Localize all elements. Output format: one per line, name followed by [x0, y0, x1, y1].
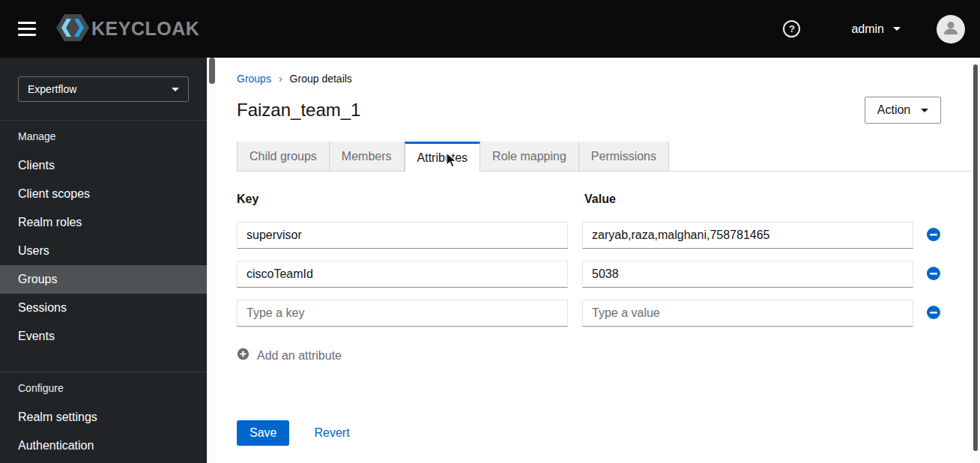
attribute-row	[237, 222, 941, 249]
masthead-right: ? admin	[783, 15, 965, 43]
sidebar-item-client-scopes[interactable]: Client scopes	[0, 180, 207, 208]
attribute-key-input[interactable]	[237, 222, 568, 249]
tab-permissions[interactable]: Permissions	[579, 142, 669, 172]
help-button[interactable]: ?	[783, 20, 800, 37]
masthead: KEYCLOAK ? admin	[0, 0, 980, 58]
attribute-value-input[interactable]	[582, 222, 913, 249]
nav-section-title-configure: Configure	[0, 372, 207, 403]
title-row: Faizan_team_1 Action	[237, 97, 941, 124]
main-content: Groups › Group details Faizan_team_1 Act…	[216, 58, 971, 463]
sidebar-item-clients[interactable]: Clients	[0, 151, 207, 180]
page-scrollbar-thumb[interactable]	[973, 64, 978, 451]
brand-wordmark: KEYCLOAK	[91, 18, 199, 40]
minus-circle-icon	[926, 305, 941, 322]
sidebar: Expertflow Manage Clients Client scopes …	[0, 58, 207, 463]
page-header: Groups › Group details Faizan_team_1 Act…	[216, 58, 971, 124]
attribute-key-input[interactable]	[237, 300, 568, 327]
minus-circle-icon	[926, 266, 941, 283]
tab-bar-filler	[669, 142, 971, 172]
minus-circle-icon	[926, 227, 941, 244]
tab-attributes[interactable]: Attributes	[405, 142, 481, 172]
nav-section-manage: Manage Clients Client scopes Realm roles…	[0, 121, 207, 351]
breadcrumb: Groups › Group details	[237, 73, 941, 85]
remove-attribute-button[interactable]	[926, 305, 941, 322]
sidebar-item-realm-roles[interactable]: Realm roles	[0, 208, 207, 237]
attribute-value-input[interactable]	[582, 300, 913, 327]
sidebar-scrollbar[interactable]	[207, 58, 216, 463]
sidebar-item-events[interactable]: Events	[0, 322, 207, 351]
realm-selector-dropdown[interactable]: Expertflow	[18, 76, 189, 102]
attributes-table-headers: Key Value	[237, 193, 941, 206]
sidebar-item-sessions[interactable]: Sessions	[0, 294, 207, 322]
plus-circle-icon	[237, 348, 249, 363]
revert-button[interactable]: Revert	[314, 426, 349, 440]
hamburger-icon	[18, 22, 36, 36]
attributes-rows	[237, 222, 941, 327]
attribute-row	[237, 300, 941, 327]
question-circle-icon: ?	[789, 23, 795, 34]
nav-section-title-manage: Manage	[0, 121, 207, 151]
add-attribute-label: Add an attribute	[257, 349, 342, 363]
tab-bar: Child groups Members Attributes Role map…	[216, 142, 971, 172]
sidebar-item-groups[interactable]: Groups	[0, 265, 207, 294]
tab-members[interactable]: Members	[330, 142, 405, 172]
keycloak-logo: KEYCLOAK	[55, 13, 199, 45]
sidebar-item-realm-settings[interactable]: Realm settings	[0, 403, 207, 432]
breadcrumb-current: Group details	[290, 73, 352, 85]
attribute-row	[237, 261, 941, 288]
sidebar-item-authentication[interactable]: Authentication	[0, 432, 207, 460]
realm-selector-block: Expertflow	[0, 58, 207, 121]
attribute-key-input[interactable]	[237, 261, 568, 288]
page-scrollbar[interactable]	[971, 58, 980, 463]
sidebar-scrollbar-thumb[interactable]	[209, 58, 215, 84]
tab-child-groups[interactable]: Child groups	[237, 142, 330, 172]
remove-attribute-button[interactable]	[926, 266, 941, 283]
action-label: Action	[877, 103, 910, 117]
breadcrumb-groups-link[interactable]: Groups	[237, 73, 271, 85]
breadcrumb-separator-icon: ›	[279, 73, 282, 85]
user-avatar-icon	[942, 19, 960, 40]
keycloak-logo-icon	[55, 13, 90, 45]
realm-name: Expertflow	[28, 83, 76, 95]
avatar[interactable]	[937, 15, 965, 43]
sidebar-item-users[interactable]: Users	[0, 237, 207, 265]
key-column-header: Key	[237, 193, 584, 206]
add-attribute-button[interactable]: Add an attribute	[237, 348, 342, 363]
nav-toggle-button[interactable]	[18, 18, 36, 40]
nav-section-configure: Configure Realm settings Authentication	[0, 372, 207, 460]
attributes-panel: Key Value	[216, 193, 971, 446]
remove-attribute-button[interactable]	[926, 227, 941, 244]
attribute-value-input[interactable]	[582, 261, 913, 288]
user-name: admin	[851, 22, 884, 36]
user-menu-dropdown[interactable]: admin	[851, 22, 901, 36]
value-column-header: Value	[584, 193, 616, 206]
chevron-down-icon	[893, 27, 901, 31]
chevron-down-icon	[172, 88, 179, 91]
chevron-down-icon	[921, 109, 928, 112]
tab-role-mapping[interactable]: Role mapping	[480, 142, 579, 172]
action-dropdown-button[interactable]: Action	[865, 97, 941, 124]
form-actions: Save Revert	[237, 420, 941, 446]
page-title: Faizan_team_1	[237, 100, 360, 121]
save-button[interactable]: Save	[237, 420, 289, 446]
